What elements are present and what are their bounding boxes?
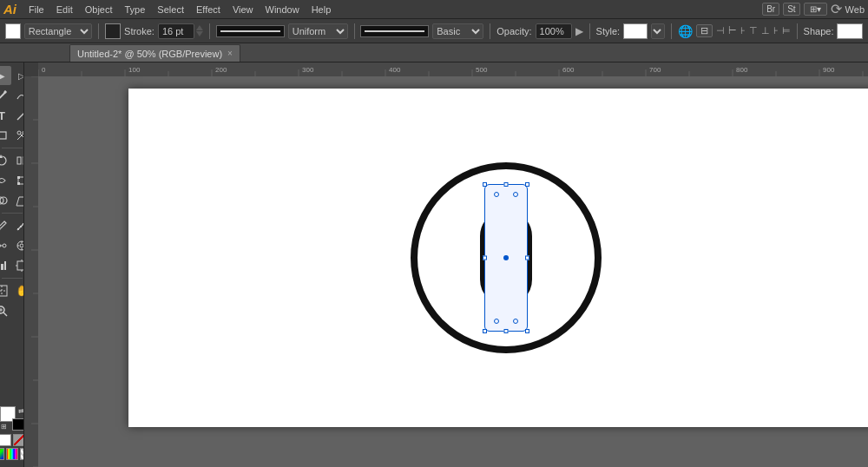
anchor-tl <box>494 192 499 197</box>
global-color-icon[interactable]: 🌐 <box>678 24 693 38</box>
measure-tool[interactable] <box>12 216 24 235</box>
rotate-tool[interactable] <box>0 151 11 170</box>
shape-label2: Shape: <box>804 26 834 36</box>
canvas-area[interactable]: 0 100 200 300 400 500 600 700 800 900 <box>24 62 868 467</box>
swap-icon[interactable]: ⇄ <box>18 407 24 415</box>
handle-bottom-middle[interactable] <box>504 329 509 333</box>
document-tab[interactable]: Untitled-2* @ 50% (RGB/Preview) × <box>69 44 240 62</box>
stroke-preview[interactable] <box>216 25 285 37</box>
reset-icon[interactable]: ⊞ <box>1 423 7 431</box>
hand-tool[interactable]: ✋ <box>12 281 24 300</box>
blend-tool[interactable] <box>0 236 11 255</box>
shape-selector[interactable]: Rectangle <box>24 23 93 39</box>
handle-bottom-right[interactable] <box>525 329 529 333</box>
align-left-icon[interactable]: ⊣ <box>716 25 725 36</box>
opacity-label: Opacity: <box>496 26 531 36</box>
blend-tools <box>0 236 24 255</box>
distribute-icon[interactable]: ⊨ <box>782 25 791 36</box>
sync-icon[interactable]: ⟳ <box>831 1 842 17</box>
symbol-tool[interactable] <box>12 236 24 255</box>
direct-selection-tool[interactable]: ▷ <box>12 66 24 85</box>
style-swatch[interactable] <box>623 23 648 39</box>
menu-view[interactable]: View <box>227 3 259 16</box>
reflect-tool[interactable] <box>12 151 24 170</box>
fill-none-icon[interactable] <box>0 434 11 446</box>
background-swatch[interactable] <box>12 418 24 431</box>
shape-preview-box[interactable] <box>837 23 863 39</box>
selection-tool[interactable]: ▶ <box>0 66 11 85</box>
menu-window[interactable]: Window <box>260 3 305 16</box>
svg-marker-17 <box>16 197 24 206</box>
align-center-icon[interactable]: ⊢ <box>728 25 737 36</box>
rectangle-tool[interactable] <box>0 126 11 145</box>
artboard-tool[interactable] <box>12 256 24 275</box>
scissors-tool[interactable] <box>12 126 24 145</box>
slice-tool[interactable] <box>0 281 11 300</box>
svg-rect-2 <box>0 132 6 139</box>
divider-5 <box>589 23 590 39</box>
warp-tools <box>0 171 24 190</box>
align-top-icon[interactable]: ⊤ <box>749 25 758 36</box>
handle-middle-right[interactable] <box>525 256 529 260</box>
menu-bar-right: Br St ⊞▾ ⟳ Web <box>762 1 865 17</box>
horizontal-ruler: 0 100 200 300 400 500 600 700 800 900 <box>24 62 868 76</box>
web-label: Web <box>845 4 865 15</box>
eyedropper-tool[interactable] <box>0 216 11 235</box>
pen-tool[interactable] <box>0 86 11 105</box>
selected-rect[interactable] <box>484 184 528 332</box>
outer-circle[interactable] <box>411 162 602 353</box>
menu-effect[interactable]: Effect <box>191 3 226 16</box>
handle-bottom-left[interactable] <box>483 329 487 333</box>
menu-help[interactable]: Help <box>306 3 337 16</box>
style-select[interactable] <box>651 23 665 39</box>
svg-text:700: 700 <box>649 66 661 74</box>
opacity-input[interactable] <box>536 23 572 39</box>
stroke-style-select[interactable]: Basic <box>432 23 483 39</box>
zoom-tool[interactable] <box>0 301 11 320</box>
graph-tool[interactable] <box>0 256 11 275</box>
menu-object[interactable]: Object <box>80 3 118 16</box>
gradient-icon[interactable] <box>6 448 18 460</box>
handle-top-left[interactable] <box>483 182 487 187</box>
transform-icon[interactable]: ⊟ <box>696 24 713 37</box>
color-mode-icon[interactable] <box>0 448 4 460</box>
curvature-tool[interactable] <box>12 86 24 105</box>
fg-bg-swatches[interactable]: ⊞ ⇄ <box>0 406 24 431</box>
stroke-spinners[interactable] <box>196 25 203 36</box>
tab-close-button[interactable]: × <box>227 49 233 58</box>
svg-point-27 <box>20 244 23 247</box>
placeholder-tool[interactable] <box>12 301 24 320</box>
workspace-icon[interactable]: ⊞▾ <box>804 3 827 16</box>
expand-opacity[interactable]: ▶ <box>575 25 583 37</box>
handle-top-middle[interactable] <box>504 182 509 187</box>
menu-select[interactable]: Select <box>152 3 189 16</box>
free-transform-tool[interactable] <box>12 171 24 190</box>
artwork-container[interactable] <box>411 162 602 353</box>
slice-tools: ✋ <box>0 281 24 300</box>
stroke-swatch[interactable] <box>105 23 121 39</box>
align-right-icon[interactable]: ⊦ <box>740 25 746 36</box>
top-anchors <box>494 192 518 197</box>
menu-edit[interactable]: Edit <box>51 3 78 16</box>
menu-type[interactable]: Type <box>120 3 151 16</box>
type-tool[interactable]: T <box>0 106 11 125</box>
bridge-icon[interactable]: Br <box>762 3 779 16</box>
anchor-bl <box>494 319 499 324</box>
stroke-style-preview[interactable] <box>360 25 429 37</box>
align-bottom-icon[interactable]: ⊦ <box>773 25 779 36</box>
stroke-label: Stroke: <box>124 26 155 36</box>
stock-icon[interactable]: St <box>783 3 799 16</box>
stroke-type-select[interactable]: Uniform <box>288 23 348 39</box>
shape-builder-tool[interactable] <box>0 191 11 210</box>
stroke-none-icon[interactable] <box>13 434 25 446</box>
align-middle-icon[interactable]: ⊥ <box>761 25 770 36</box>
warp-tool[interactable] <box>0 171 11 190</box>
perspective-tool[interactable] <box>12 191 24 210</box>
fill-swatch[interactable] <box>5 23 21 39</box>
builder-tools <box>0 191 24 210</box>
handle-middle-left[interactable] <box>483 256 487 260</box>
line-tool[interactable] <box>12 106 24 125</box>
menu-file[interactable]: File <box>23 3 49 16</box>
stroke-width-input[interactable] <box>158 23 194 39</box>
handle-top-right[interactable] <box>525 182 529 187</box>
